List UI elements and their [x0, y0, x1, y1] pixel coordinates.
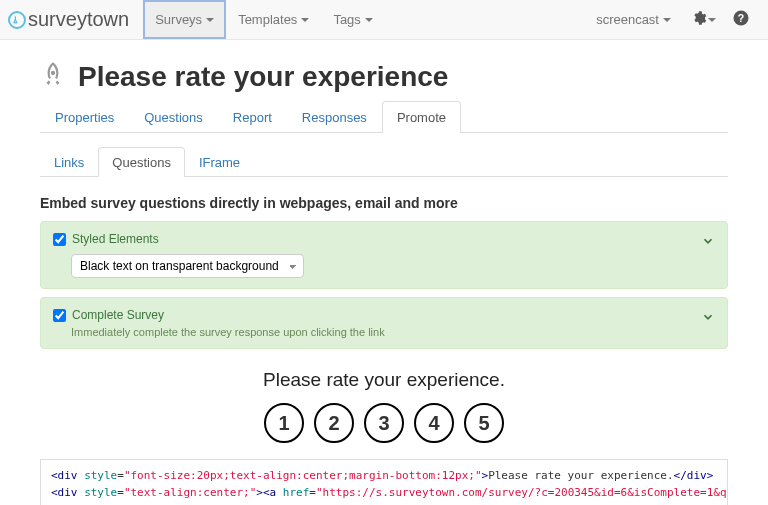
nav-items: Surveys Templates Tags [143, 0, 385, 39]
rating-1[interactable]: 1 [264, 403, 304, 443]
panel-label: Complete Survey [72, 308, 164, 322]
tab-report[interactable]: Report [218, 101, 287, 133]
panel-label: Styled Elements [72, 232, 159, 246]
gear-icon [691, 10, 707, 29]
complete-survey-checkbox[interactable] [53, 309, 66, 322]
nav-right: screencast ? [584, 0, 758, 39]
subtab-questions[interactable]: Questions [98, 147, 185, 177]
nav-item-label: Surveys [155, 12, 202, 27]
nav-user[interactable]: screencast [584, 0, 683, 39]
nav-settings[interactable] [683, 0, 724, 39]
help-icon: ? [732, 9, 750, 30]
caret-icon [301, 18, 309, 22]
tab-promote[interactable]: Promote [382, 101, 461, 133]
rating-5[interactable]: 5 [464, 403, 504, 443]
panel-desc: Immediately complete the survey response… [53, 326, 715, 338]
nav-user-label: screencast [596, 12, 659, 27]
preview-title: Please rate your experience. [40, 369, 728, 391]
style-select[interactable]: Black text on transparent background [71, 254, 304, 278]
rocket-icon [40, 60, 66, 93]
nav-item-label: Tags [333, 12, 360, 27]
tab-questions[interactable]: Questions [129, 101, 218, 133]
brand-logo-icon [8, 11, 26, 29]
embed-code[interactable]: <div style="font-size:20px;text-align:ce… [40, 459, 728, 505]
chevron-down-icon [701, 236, 715, 251]
tab-properties[interactable]: Properties [40, 101, 129, 133]
panel-styled-elements: Styled Elements Black text on transparen… [40, 221, 728, 289]
caret-icon [663, 18, 671, 22]
rating-row: 1 2 3 4 5 [40, 403, 728, 443]
navbar: surveytown Surveys Templates Tags screen… [0, 0, 768, 40]
caret-icon [206, 18, 214, 22]
subtab-iframe[interactable]: IFrame [185, 147, 254, 177]
nav-item-tags[interactable]: Tags [321, 0, 384, 39]
nav-item-templates[interactable]: Templates [226, 0, 321, 39]
panel-expand-toggle[interactable] [701, 234, 715, 251]
main-tabs: Properties Questions Report Responses Pr… [40, 101, 728, 133]
section-heading: Embed survey questions directly in webpa… [40, 195, 728, 211]
brand-text: surveytown [28, 8, 129, 31]
panel-body: Black text on transparent background [53, 254, 715, 278]
page-title: Please rate your experience [78, 61, 448, 93]
tab-responses[interactable]: Responses [287, 101, 382, 133]
nav-item-surveys[interactable]: Surveys [143, 0, 226, 39]
styled-elements-checkbox[interactable] [53, 233, 66, 246]
chevron-down-icon [701, 312, 715, 327]
panel-header: Complete Survey [53, 308, 715, 322]
rating-4[interactable]: 4 [414, 403, 454, 443]
sub-tabs: Links Questions IFrame [40, 147, 728, 177]
panel-expand-toggle[interactable] [701, 310, 715, 327]
page-title-row: Please rate your experience [40, 60, 728, 93]
main-container: Please rate your experience Properties Q… [0, 40, 768, 505]
rating-3[interactable]: 3 [364, 403, 404, 443]
nav-help[interactable]: ? [724, 0, 758, 39]
panel-complete-survey: Complete Survey Immediately complete the… [40, 297, 728, 349]
caret-icon [365, 18, 373, 22]
preview: Please rate your experience. 1 2 3 4 5 <… [40, 369, 728, 505]
panel-header: Styled Elements [53, 232, 715, 246]
rating-2[interactable]: 2 [314, 403, 354, 443]
nav-item-label: Templates [238, 12, 297, 27]
caret-icon [708, 18, 716, 22]
svg-text:?: ? [738, 12, 744, 24]
brand[interactable]: surveytown [8, 0, 143, 39]
subtab-links[interactable]: Links [40, 147, 98, 177]
